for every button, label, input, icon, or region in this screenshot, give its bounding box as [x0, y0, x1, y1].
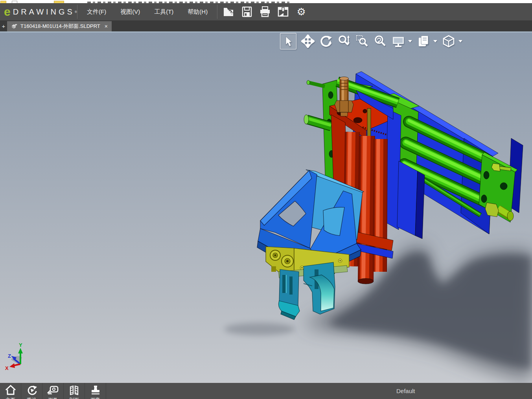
monitor-icon [392, 35, 405, 48]
zoom-icon [337, 35, 351, 48]
chevron-down-icon[interactable] [433, 40, 437, 42]
stamp-icon [90, 385, 101, 395]
menu-help[interactable]: 帮助(H) [180, 5, 215, 19]
zoom-area-icon [355, 35, 369, 48]
open-button[interactable] [220, 5, 238, 19]
title-bar: e DRAWINGS ® 文件(F) 视图(V) 工具(T) 帮助(H) [0, 3, 532, 20]
tab-label: T160418-M01U14-外部面.SLDPRT [20, 23, 100, 30]
divider [217, 5, 217, 19]
full-screen-tool[interactable] [392, 34, 405, 48]
home-icon [5, 385, 16, 395]
cad-model-canvas[interactable]: Y Z X [0, 31, 532, 383]
menu-tools[interactable]: 工具(T) [147, 5, 180, 19]
part-icon [11, 24, 18, 29]
publish-button[interactable] [274, 5, 292, 19]
section-icon [69, 385, 80, 395]
divider [77, 5, 77, 19]
zoom-fit-icon [374, 35, 387, 48]
background-window-strip [0, 0, 532, 3]
reset-button[interactable]: 重设 [21, 383, 42, 399]
cursor-icon [283, 36, 293, 47]
settings-button[interactable]: ⚙ [292, 5, 310, 19]
configuration-name: Default [396, 388, 415, 394]
logo-brand: DRAWINGS [13, 7, 75, 16]
new-tab-button[interactable]: + [0, 20, 7, 31]
views-tool[interactable] [417, 34, 430, 48]
model-viewport[interactable]: Y Z X [0, 31, 532, 383]
stamp-label: 图章 [91, 397, 100, 399]
select-tool[interactable] [280, 33, 296, 49]
cube-icon [442, 35, 455, 48]
chevron-down-icon[interactable] [458, 40, 462, 42]
rotate-tool[interactable] [319, 34, 333, 48]
triad-z-label: Z [8, 353, 11, 359]
reset-icon [26, 385, 37, 395]
reset-label: 重设 [27, 397, 37, 399]
zoom-area-tool[interactable] [355, 34, 369, 48]
views-stack-icon [417, 35, 430, 48]
print-button[interactable] [256, 5, 274, 19]
section-button[interactable]: 剖面 [64, 383, 85, 399]
document-tab[interactable]: T160418-M01U14-外部面.SLDPRT × [7, 21, 112, 31]
orientation-triad: Y Z X [5, 342, 23, 371]
gear-icon: ⚙ [296, 7, 306, 17]
home-button[interactable]: 主页 [0, 383, 21, 399]
chevron-down-icon[interactable] [408, 40, 412, 42]
triad-y-label: Y [19, 342, 22, 348]
tab-bar: + T160418-M01U14-外部面.SLDPRT × [0, 20, 532, 31]
rotate-icon [319, 35, 333, 48]
stamp-button[interactable]: 图章 [85, 383, 106, 399]
logo-registered-mark: ® [75, 10, 77, 14]
tab-close-icon[interactable]: × [105, 23, 108, 29]
pan-tool[interactable] [301, 34, 315, 48]
zoom-fit-tool[interactable] [374, 34, 387, 48]
menu-view[interactable]: 视图(V) [113, 5, 147, 19]
pan-icon [301, 35, 315, 48]
save-button[interactable] [238, 5, 256, 19]
orientation-cube-tool[interactable] [442, 34, 455, 48]
menu-file[interactable]: 文件(F) [80, 5, 113, 19]
measure-button[interactable]: 测量 [42, 383, 64, 399]
bottom-toolbar: 主页 重设 测量 剖面 图章 De [0, 383, 532, 399]
home-label: 主页 [6, 397, 15, 399]
section-label: 剖面 [70, 397, 79, 399]
print-icon [259, 6, 271, 17]
triad-x-label: X [5, 365, 9, 371]
save-icon [241, 6, 252, 17]
view-toolbar [280, 33, 462, 49]
publish-icon [277, 6, 289, 17]
edrawings-logo: e DRAWINGS ® [0, 5, 75, 18]
zoom-tool[interactable] [337, 34, 351, 48]
open-file-icon [223, 6, 235, 17]
logo-e: e [4, 6, 11, 18]
gripper-fingers [278, 262, 335, 320]
measure-label: 测量 [48, 397, 58, 399]
measure-icon [47, 385, 59, 395]
